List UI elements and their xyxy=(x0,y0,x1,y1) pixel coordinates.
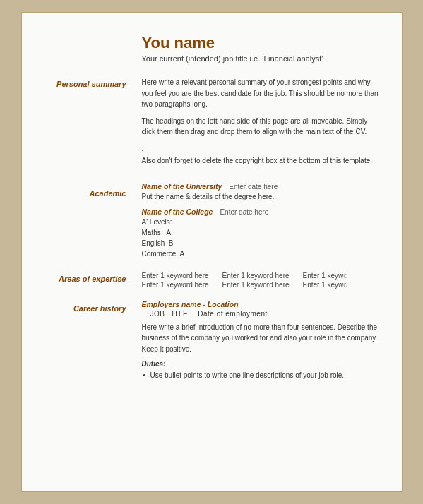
employer-job-line: JOB TITLEDate of employment xyxy=(142,310,381,318)
employer-entry: Employers name - Location JOB TITLEDate … xyxy=(142,300,381,381)
bullet-1: Use bullet points to write one line desc… xyxy=(142,370,381,380)
personal-summary-para3: . xyxy=(142,143,381,155)
keywords-grid: Enter 1 keyword here Enter 1 keyword her… xyxy=(142,272,381,289)
college-subject-2: English B xyxy=(142,238,381,248)
personal-summary-para2: The headings on the left hand side of th… xyxy=(142,116,381,138)
university-date: Enter date here xyxy=(229,183,278,191)
keyword-5: Enter 1 keywc xyxy=(303,272,381,280)
keyword-4: Enter 1 keyword here xyxy=(222,281,300,289)
cv-page: You name Your current (intended) job tit… xyxy=(21,12,403,492)
college-name: Name of the College xyxy=(142,208,213,216)
college-entry: Name of the College Enter date here A' L… xyxy=(142,208,381,259)
keyword-2: Enter 1 keyword here xyxy=(142,281,220,289)
university-entry: Name of the University Enter date here P… xyxy=(142,182,381,202)
college-subject-1: Maths A xyxy=(142,227,381,238)
duties-label: Duties: xyxy=(142,360,381,368)
college-date: Enter date here xyxy=(220,208,268,216)
employer-intro: Here write a brief introduction of no mo… xyxy=(142,322,381,355)
employer-name: Employers name - Location xyxy=(142,300,381,308)
college-subject-3: Commerce A xyxy=(142,248,381,259)
employer-job-title: JOB TITLE xyxy=(150,310,189,318)
career-history-label: Career history xyxy=(73,304,126,313)
cv-name: You name xyxy=(142,34,381,52)
personal-summary-para4: Also don't forget to delete the copyrigh… xyxy=(142,155,381,167)
college-levels-label: A' Levels: xyxy=(142,217,381,227)
cv-job-title: Your current (intended) job title i.e. '… xyxy=(142,54,381,64)
personal-summary-label: Personal summary xyxy=(56,80,126,88)
areas-expertise-label: Areas of expertise xyxy=(59,275,126,283)
employer-date: Date of employment xyxy=(198,310,268,318)
keyword-1: Enter 1 keyword here xyxy=(142,272,220,280)
personal-summary-para1: Here write a relevant personal summary o… xyxy=(142,77,381,110)
academic-label: Academic xyxy=(90,189,126,198)
keyword-3: Enter 1 keyword here xyxy=(222,272,300,280)
keyword-6: Enter 1 keywc xyxy=(303,281,381,289)
university-detail: Put the name & details of the degree her… xyxy=(142,191,381,202)
university-name: Name of the University xyxy=(142,182,222,191)
